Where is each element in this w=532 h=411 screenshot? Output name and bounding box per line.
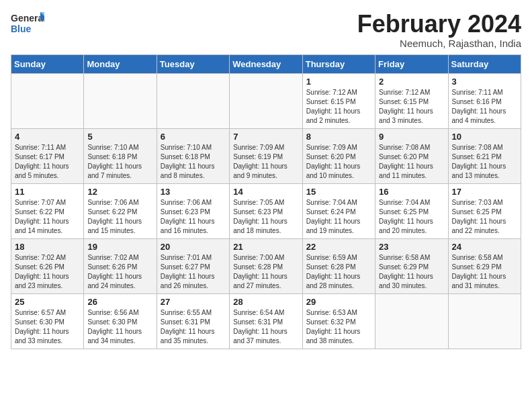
calendar-cell: 13Sunrise: 7:06 AMSunset: 6:23 PMDayligh… (157, 183, 229, 238)
day-info: Sunrise: 7:09 AMSunset: 6:20 PMDaylight:… (306, 143, 371, 181)
weekday-header-row: SundayMondayTuesdayWednesdayThursdayFrid… (11, 54, 521, 73)
weekday-header-friday: Friday (375, 54, 448, 73)
calendar-cell: 14Sunrise: 7:05 AMSunset: 6:23 PMDayligh… (230, 183, 302, 238)
calendar-cell: 19Sunrise: 7:02 AMSunset: 6:26 PMDayligh… (84, 238, 157, 293)
calendar-week-row: 11Sunrise: 7:07 AMSunset: 6:22 PMDayligh… (11, 183, 521, 238)
day-number: 8 (306, 132, 371, 142)
day-info: Sunrise: 7:11 AMSunset: 6:17 PMDaylight:… (15, 143, 80, 181)
day-number: 26 (87, 297, 152, 307)
day-info: Sunrise: 7:06 AMSunset: 6:22 PMDaylight:… (87, 198, 152, 236)
calendar-cell: 28Sunrise: 6:54 AMSunset: 6:31 PMDayligh… (230, 293, 302, 349)
day-number: 17 (452, 187, 517, 197)
logo: General Blue (11, 11, 44, 38)
day-number: 19 (87, 242, 152, 252)
day-number: 4 (15, 132, 80, 142)
subtitle: Neemuch, Rajasthan, India (357, 38, 521, 49)
day-info: Sunrise: 7:06 AMSunset: 6:23 PMDaylight:… (161, 198, 226, 236)
day-info: Sunrise: 7:10 AMSunset: 6:18 PMDaylight:… (161, 143, 226, 181)
day-number: 25 (15, 297, 80, 307)
weekday-header-monday: Monday (84, 54, 157, 73)
weekday-header-wednesday: Wednesday (230, 54, 302, 73)
calendar-cell: 23Sunrise: 6:58 AMSunset: 6:29 PMDayligh… (375, 238, 448, 293)
day-info: Sunrise: 6:58 AMSunset: 6:29 PMDaylight:… (452, 253, 517, 291)
day-number: 27 (161, 297, 226, 307)
calendar-week-row: 25Sunrise: 6:57 AMSunset: 6:30 PMDayligh… (11, 293, 521, 349)
day-info: Sunrise: 7:00 AMSunset: 6:28 PMDaylight:… (233, 253, 298, 291)
day-info: Sunrise: 7:04 AMSunset: 6:25 PMDaylight:… (379, 198, 444, 236)
calendar-cell: 21Sunrise: 7:00 AMSunset: 6:28 PMDayligh… (230, 238, 302, 293)
calendar-cell: 22Sunrise: 6:59 AMSunset: 6:28 PMDayligh… (302, 238, 375, 293)
day-number: 14 (233, 187, 298, 197)
day-number: 13 (161, 187, 226, 197)
weekday-header-tuesday: Tuesday (157, 54, 229, 73)
day-info: Sunrise: 7:03 AMSunset: 6:25 PMDaylight:… (452, 198, 517, 236)
calendar-cell (84, 73, 157, 128)
day-number: 20 (161, 242, 226, 252)
calendar-cell: 9Sunrise: 7:08 AMSunset: 6:20 PMDaylight… (375, 128, 448, 183)
day-info: Sunrise: 7:12 AMSunset: 6:15 PMDaylight:… (379, 88, 444, 126)
day-info: Sunrise: 7:05 AMSunset: 6:23 PMDaylight:… (233, 198, 298, 236)
day-info: Sunrise: 6:58 AMSunset: 6:29 PMDaylight:… (379, 253, 444, 291)
svg-text:General: General (11, 13, 44, 24)
weekday-header-thursday: Thursday (302, 54, 375, 73)
page-title: February 2024 (357, 11, 521, 38)
day-info: Sunrise: 7:08 AMSunset: 6:20 PMDaylight:… (379, 143, 444, 181)
day-info: Sunrise: 6:53 AMSunset: 6:32 PMDaylight:… (306, 308, 371, 346)
calendar-cell: 12Sunrise: 7:06 AMSunset: 6:22 PMDayligh… (84, 183, 157, 238)
day-number: 1 (306, 77, 371, 87)
calendar-cell: 25Sunrise: 6:57 AMSunset: 6:30 PMDayligh… (11, 293, 84, 349)
header: General Blue February 2024 Neemuch, Raja… (11, 11, 521, 49)
calendar-cell (230, 73, 302, 128)
day-info: Sunrise: 7:04 AMSunset: 6:24 PMDaylight:… (306, 198, 371, 236)
calendar-cell: 20Sunrise: 7:01 AMSunset: 6:27 PMDayligh… (157, 238, 229, 293)
calendar-cell: 24Sunrise: 6:58 AMSunset: 6:29 PMDayligh… (448, 238, 521, 293)
calendar-cell: 10Sunrise: 7:08 AMSunset: 6:21 PMDayligh… (448, 128, 521, 183)
calendar-week-row: 1Sunrise: 7:12 AMSunset: 6:15 PMDaylight… (11, 73, 521, 128)
calendar-cell: 15Sunrise: 7:04 AMSunset: 6:24 PMDayligh… (302, 183, 375, 238)
calendar-cell: 17Sunrise: 7:03 AMSunset: 6:25 PMDayligh… (448, 183, 521, 238)
day-info: Sunrise: 7:07 AMSunset: 6:22 PMDaylight:… (15, 198, 80, 236)
calendar-cell: 8Sunrise: 7:09 AMSunset: 6:20 PMDaylight… (302, 128, 375, 183)
calendar-cell (375, 293, 448, 349)
calendar-cell: 1Sunrise: 7:12 AMSunset: 6:15 PMDaylight… (302, 73, 375, 128)
calendar-cell: 4Sunrise: 7:11 AMSunset: 6:17 PMDaylight… (11, 128, 84, 183)
day-info: Sunrise: 7:11 AMSunset: 6:16 PMDaylight:… (452, 88, 517, 126)
day-number: 21 (233, 242, 298, 252)
day-info: Sunrise: 6:57 AMSunset: 6:30 PMDaylight:… (15, 308, 80, 346)
weekday-header-saturday: Saturday (448, 54, 521, 73)
day-info: Sunrise: 7:01 AMSunset: 6:27 PMDaylight:… (161, 253, 226, 291)
day-number: 23 (379, 242, 444, 252)
calendar-cell: 26Sunrise: 6:56 AMSunset: 6:30 PMDayligh… (84, 293, 157, 349)
day-number: 5 (87, 132, 152, 142)
calendar-cell (448, 293, 521, 349)
day-number: 10 (452, 132, 517, 142)
calendar-cell (11, 73, 84, 128)
day-number: 12 (87, 187, 152, 197)
day-number: 28 (233, 297, 298, 307)
day-info: Sunrise: 7:02 AMSunset: 6:26 PMDaylight:… (15, 253, 80, 291)
calendar-week-row: 18Sunrise: 7:02 AMSunset: 6:26 PMDayligh… (11, 238, 521, 293)
day-info: Sunrise: 6:54 AMSunset: 6:31 PMDaylight:… (233, 308, 298, 346)
day-number: 9 (379, 132, 444, 142)
day-number: 6 (161, 132, 226, 142)
day-number: 18 (15, 242, 80, 252)
day-number: 29 (306, 297, 371, 307)
calendar-cell: 27Sunrise: 6:55 AMSunset: 6:31 PMDayligh… (157, 293, 229, 349)
day-number: 11 (15, 187, 80, 197)
calendar-cell: 11Sunrise: 7:07 AMSunset: 6:22 PMDayligh… (11, 183, 84, 238)
calendar-cell: 6Sunrise: 7:10 AMSunset: 6:18 PMDaylight… (157, 128, 229, 183)
calendar-week-row: 4Sunrise: 7:11 AMSunset: 6:17 PMDaylight… (11, 128, 521, 183)
day-info: Sunrise: 7:12 AMSunset: 6:15 PMDaylight:… (306, 88, 371, 126)
calendar-cell: 2Sunrise: 7:12 AMSunset: 6:15 PMDaylight… (375, 73, 448, 128)
title-area: February 2024 Neemuch, Rajasthan, India (357, 11, 521, 49)
day-number: 2 (379, 77, 444, 87)
day-number: 16 (379, 187, 444, 197)
calendar-cell: 16Sunrise: 7:04 AMSunset: 6:25 PMDayligh… (375, 183, 448, 238)
calendar-cell: 3Sunrise: 7:11 AMSunset: 6:16 PMDaylight… (448, 73, 521, 128)
day-info: Sunrise: 6:55 AMSunset: 6:31 PMDaylight:… (161, 308, 226, 346)
weekday-header-sunday: Sunday (11, 54, 84, 73)
day-number: 22 (306, 242, 371, 252)
calendar-cell: 29Sunrise: 6:53 AMSunset: 6:32 PMDayligh… (302, 293, 375, 349)
calendar-cell (157, 73, 229, 128)
calendar-table: SundayMondayTuesdayWednesdayThursdayFrid… (11, 54, 521, 349)
